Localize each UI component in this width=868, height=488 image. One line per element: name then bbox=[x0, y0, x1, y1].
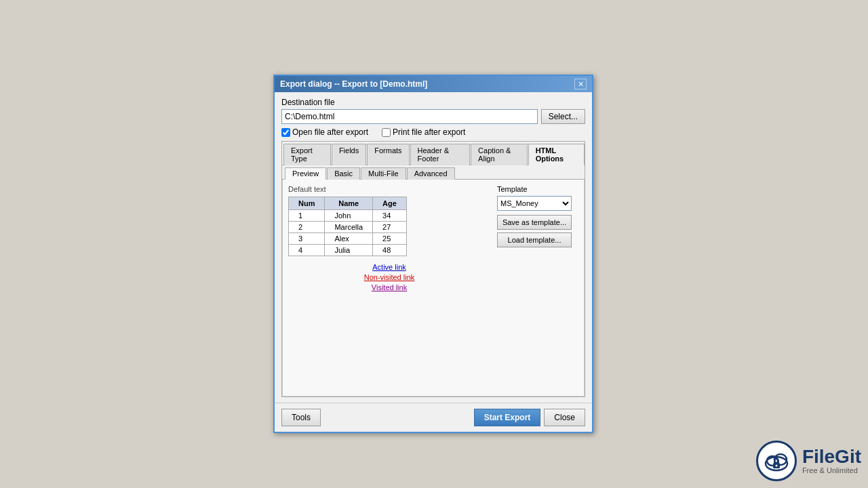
filegit-icon bbox=[756, 441, 797, 481]
select-button[interactable]: Select... bbox=[541, 109, 585, 124]
table-row: 2 Marcella 27 bbox=[289, 222, 407, 233]
svg-point-4 bbox=[775, 465, 777, 467]
filegit-logo: FileGit Free & Unlimited bbox=[756, 441, 861, 481]
cell-age: 34 bbox=[373, 210, 407, 222]
filegit-sub: Free & Unlimited bbox=[802, 466, 861, 474]
cell-age: 25 bbox=[373, 233, 407, 245]
non-visited-link[interactable]: Non-visited link bbox=[364, 273, 415, 281]
preview-area: Default text Num Name Age bbox=[288, 185, 578, 291]
preview-left: Default text Num Name Age bbox=[288, 185, 490, 291]
tab-fields[interactable]: Fields bbox=[332, 144, 366, 165]
title-bar: Export dialog -- Export to [Demo.html] ✕ bbox=[275, 76, 592, 92]
load-template-button[interactable]: Load template... bbox=[497, 232, 572, 247]
export-dialog: Export dialog -- Export to [Demo.html] ✕… bbox=[273, 75, 593, 433]
preview-table: Num Name Age 1 John 34 bbox=[288, 197, 407, 256]
cell-age: 48 bbox=[373, 245, 407, 256]
tools-button[interactable]: Tools bbox=[281, 409, 321, 426]
destination-label: Destination file bbox=[281, 98, 585, 107]
start-export-button[interactable]: Start Export bbox=[474, 409, 541, 426]
table-row: 4 Julia 48 bbox=[289, 245, 407, 256]
col-header-name: Name bbox=[325, 197, 373, 210]
cell-name: Marcella bbox=[325, 222, 373, 233]
tab-preview[interactable]: Preview bbox=[285, 167, 326, 180]
print-after-export-text: Print file after export bbox=[393, 127, 465, 137]
cell-name: John bbox=[325, 210, 373, 222]
tab-content-area: Default text Num Name Age bbox=[282, 180, 585, 396]
tab-advanced[interactable]: Advanced bbox=[407, 167, 455, 180]
cell-name: Julia bbox=[325, 245, 373, 256]
outer-tab-row: Export Type Fields Formats Header & Foot… bbox=[282, 142, 585, 165]
checkbox-row: Open file after export Print file after … bbox=[281, 127, 585, 137]
visited-link[interactable]: Visited link bbox=[372, 283, 407, 291]
filegit-name: FileGit bbox=[802, 447, 861, 466]
save-template-button[interactable]: Save as template... bbox=[497, 215, 572, 230]
col-header-num: Num bbox=[289, 197, 325, 210]
destination-row: Select... bbox=[281, 109, 585, 124]
inner-tab-row: Preview Basic Multi-File Advanced bbox=[282, 165, 585, 180]
cell-num: 3 bbox=[289, 233, 325, 245]
close-icon[interactable]: ✕ bbox=[574, 79, 587, 89]
cell-num: 2 bbox=[289, 222, 325, 233]
print-after-export-checkbox[interactable] bbox=[382, 128, 391, 137]
table-row: 1 John 34 bbox=[289, 210, 407, 222]
template-select[interactable]: MS_Money Default Classic bbox=[497, 196, 572, 211]
filegit-text: FileGit Free & Unlimited bbox=[802, 447, 861, 474]
tab-export-type[interactable]: Export Type bbox=[283, 144, 331, 165]
dialog-title: Export dialog -- Export to [Demo.html] bbox=[280, 79, 427, 89]
bottom-bar: Tools Start Export Close bbox=[275, 403, 592, 432]
destination-input[interactable] bbox=[281, 109, 538, 124]
open-after-export-checkbox[interactable] bbox=[281, 128, 290, 137]
open-after-export-text: Open file after export bbox=[292, 127, 368, 137]
tab-formats[interactable]: Formats bbox=[367, 144, 409, 165]
cell-age: 27 bbox=[373, 222, 407, 233]
active-link[interactable]: Active link bbox=[372, 263, 406, 271]
dialog-close-button[interactable]: Close bbox=[544, 409, 585, 426]
template-area: Template MS_Money Default Classic Save a… bbox=[497, 185, 578, 291]
open-after-export-label[interactable]: Open file after export bbox=[281, 127, 368, 137]
template-label: Template bbox=[497, 185, 578, 193]
print-after-export-label[interactable]: Print file after export bbox=[382, 127, 465, 137]
tab-html-options[interactable]: HTML Options bbox=[528, 144, 585, 165]
cell-num: 1 bbox=[289, 210, 325, 222]
cell-num: 4 bbox=[289, 245, 325, 256]
tab-header-footer[interactable]: Header & Footer bbox=[410, 144, 471, 165]
table-row: 3 Alex 25 bbox=[289, 233, 407, 245]
link-preview-area: Active link Non-visited link Visited lin… bbox=[288, 263, 490, 291]
filegit-svg bbox=[762, 446, 791, 476]
bottom-right-buttons: Start Export Close bbox=[474, 409, 585, 426]
dialog-body: Destination file Select... Open file aft… bbox=[275, 92, 592, 403]
tab-caption-align[interactable]: Caption & Align bbox=[471, 144, 528, 165]
default-text-label: Default text bbox=[288, 185, 490, 193]
col-header-age: Age bbox=[373, 197, 407, 210]
tab-basic[interactable]: Basic bbox=[327, 167, 360, 180]
outer-tabs-container: Export Type Fields Formats Header & Foot… bbox=[281, 141, 585, 397]
tab-multifile[interactable]: Multi-File bbox=[361, 167, 406, 180]
cell-name: Alex bbox=[325, 233, 373, 245]
